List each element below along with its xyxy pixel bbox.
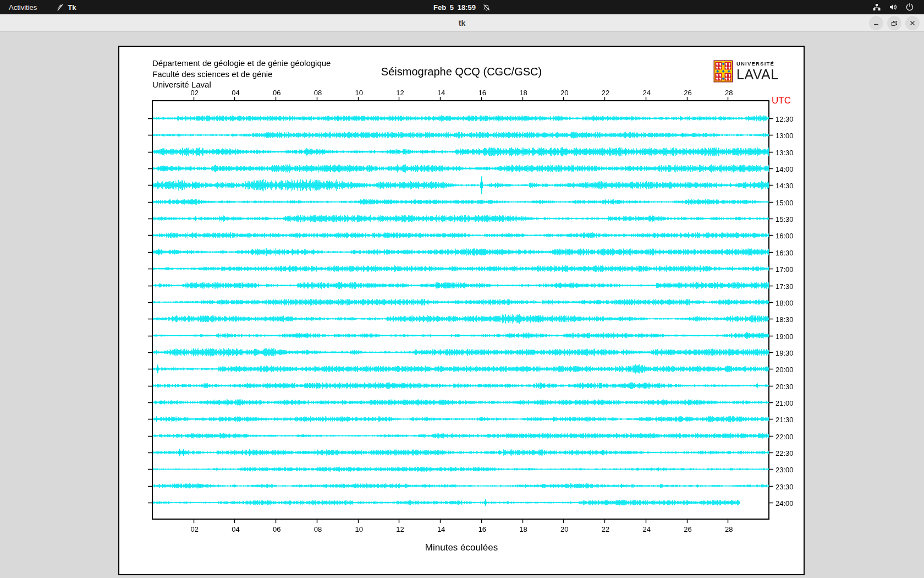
x-tick-label-bottom: 22 [602,525,609,533]
laval-shield-icon [713,60,733,83]
time-row-label: 21:30 [776,416,794,424]
time-row-label: 19:00 [776,332,794,341]
close-button[interactable] [905,16,920,30]
x-tick-label-top: 14 [437,89,445,97]
x-tick-label-top: 28 [725,89,733,97]
x-tick-label-top: 04 [232,89,239,97]
time-row-label: 14:00 [776,165,794,173]
time-row-label: 13:30 [776,149,794,157]
power-icon [905,3,914,12]
address-line-2: Faculté des sciences et de génie [152,69,331,80]
wired-network-icon [872,3,881,12]
system-status-area[interactable] [872,0,924,14]
x-tick-label-bottom: 24 [643,525,651,533]
time-row-label: 16:30 [776,249,794,257]
tk-feather-icon [56,3,64,12]
volume-icon [889,3,898,12]
x-tick-label-bottom: 16 [479,525,486,533]
time-row-label: 14:30 [776,182,794,190]
maximize-icon [891,20,898,26]
clock-menu[interactable]: Feb 5 18:59 [433,0,491,14]
x-tick-label-top: 10 [355,89,362,97]
focused-app-menu[interactable]: Tk [56,3,76,12]
time-row-label: 15:30 [776,215,794,223]
time-row-label: 18:30 [776,315,794,324]
x-tick-label-top: 20 [560,89,568,97]
x-tick-label-bottom: 06 [273,525,280,533]
time-row-label: 12:30 [776,115,794,123]
minimize-button[interactable] [869,16,883,30]
x-tick-label-bottom: 08 [314,525,322,533]
time-row-label: 24:00 [776,499,794,508]
notifications-muted-icon [482,3,491,12]
time-row-label: 17:00 [776,265,794,274]
x-tick-label-bottom: 02 [190,525,198,533]
seismograph-plot-canvas [119,47,804,574]
x-tick-label-top: 24 [643,89,651,97]
activities-button[interactable]: Activities [9,3,37,12]
utc-label: UTC [772,95,791,106]
time-row-label: 16:00 [776,232,794,240]
x-axis-title: Minutes écoulées [425,542,498,553]
universite-laval-logo: UNIVERSITÉ LAVAL [713,60,779,83]
x-tick-label-bottom: 14 [437,525,445,533]
time-row-label: 23:30 [776,483,794,491]
x-tick-label-bottom: 26 [684,525,691,533]
x-tick-label-bottom: 10 [355,525,362,533]
x-tick-label-top: 22 [602,89,609,97]
time-row-label: 17:30 [776,282,794,291]
x-tick-label-bottom: 20 [560,525,568,533]
x-tick-label-top: 18 [519,89,527,97]
time-row-label: 19:30 [776,349,794,357]
x-tick-label-top: 26 [684,89,691,97]
window-title: tk [459,19,465,28]
x-tick-label-top: 16 [479,89,486,97]
maximize-button[interactable] [887,16,901,30]
gnome-top-bar: Activities Tk Feb 5 18:59 [0,0,924,14]
close-icon [909,20,916,26]
address-line-3: Université Laval [152,79,331,90]
logo-universite-label: UNIVERSITÉ [736,61,779,67]
time-row-label: 13:00 [776,132,794,140]
x-tick-label-top: 08 [314,89,322,97]
minimize-icon [873,20,879,26]
chart-title: Séismographe QCQ (CGC/GSC) [381,66,542,78]
time-row-label: 21:00 [776,399,794,407]
address-line-1: Département de géologie et de génie géol… [152,58,331,69]
time-row-label: 20:00 [776,366,794,374]
time-row-label: 22:30 [776,449,794,457]
x-tick-label-bottom: 18 [519,525,527,533]
tk-client-area: Département de géologie et de génie géol… [0,32,924,578]
seismograph-frame: Département de géologie et de génie géol… [118,46,805,575]
x-tick-label-bottom: 04 [232,525,239,533]
time-row-label: 20:30 [776,383,794,391]
x-tick-label-top: 02 [190,89,198,97]
x-tick-label-bottom: 28 [725,525,733,533]
time-row-label: 23:00 [776,466,794,474]
x-tick-label-bottom: 12 [396,525,404,533]
desktop: Activities Tk Feb 5 18:59 [0,0,924,578]
x-tick-label-top: 06 [273,89,280,97]
time-row-label: 22:00 [776,433,794,441]
time-row-label: 18:00 [776,299,794,307]
app-name-label: Tk [68,3,76,12]
time-row-label: 15:00 [776,199,794,207]
window-titlebar[interactable]: tk [0,14,924,32]
logo-laval-label: LAVAL [736,68,779,81]
department-address: Département de géologie et de génie géol… [152,58,331,90]
x-tick-label-top: 12 [396,89,404,97]
clock-label: Feb 5 18:59 [433,3,476,12]
